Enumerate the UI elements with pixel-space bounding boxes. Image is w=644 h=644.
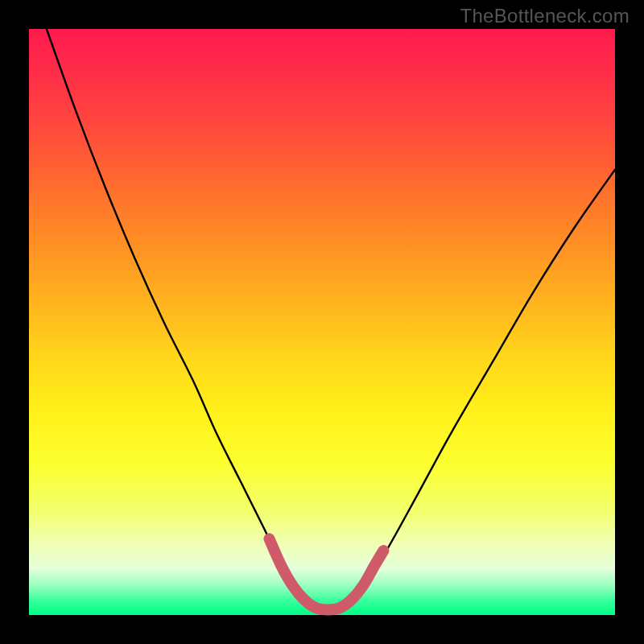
chart-svg [0,0,644,644]
highlight-segment [269,539,383,609]
main-curve-group [47,29,615,612]
chart-frame: TheBottleneck.com [0,0,644,644]
bottleneck-curve [47,29,615,612]
